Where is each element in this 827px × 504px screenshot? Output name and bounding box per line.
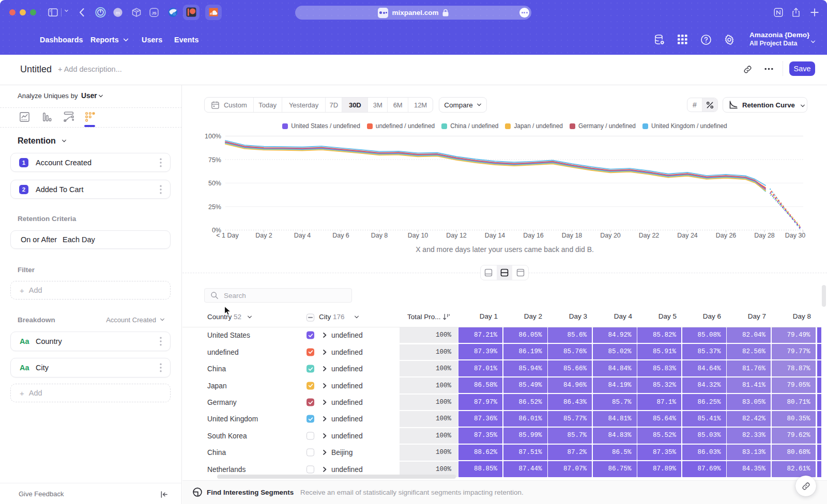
svg-text:Day 6: Day 6 (332, 232, 349, 239)
svg-text:JS: JS (151, 11, 157, 15)
svg-text:Day 22: Day 22 (639, 232, 660, 239)
svg-text:25%: 25% (208, 203, 221, 211)
svg-text:Day 24: Day 24 (677, 232, 698, 239)
svg-text:Day 28: Day 28 (754, 232, 775, 239)
svg-text:Day 16: Day 16 (523, 232, 544, 239)
svg-text:100%: 100% (205, 133, 221, 140)
svg-text:Day 14: Day 14 (485, 232, 506, 239)
svg-text:Day 4: Day 4 (294, 232, 311, 239)
svg-text:Day 2: Day 2 (255, 232, 272, 239)
svg-text:Day 26: Day 26 (716, 232, 737, 239)
svg-text:Day 12: Day 12 (446, 232, 467, 239)
svg-text:Day 18: Day 18 (562, 232, 583, 239)
svg-text:Day 8: Day 8 (371, 232, 388, 239)
svg-text:m: m (116, 10, 120, 15)
svg-text:50%: 50% (208, 180, 221, 187)
svg-text:Day 10: Day 10 (408, 232, 428, 239)
svg-text:< 1 Day: < 1 Day (216, 232, 239, 239)
svg-text:Day 20: Day 20 (600, 232, 621, 239)
svg-text:75%: 75% (208, 156, 221, 164)
svg-text:Day 30: Day 30 (785, 232, 806, 239)
